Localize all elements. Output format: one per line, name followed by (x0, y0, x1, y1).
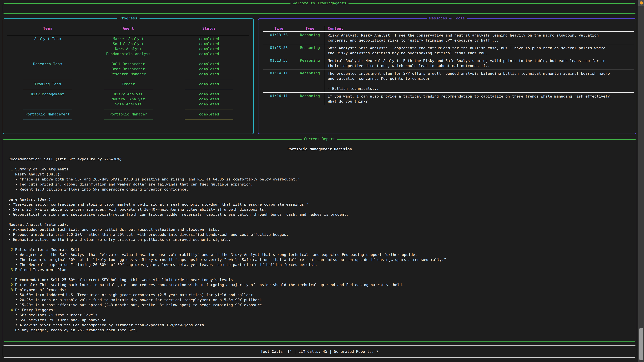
report-title: Current Report (302, 137, 337, 141)
message-content: Risky Analyst: Risky Analyst: I see the … (325, 32, 634, 44)
message-content: Safe Analyst: Safe Analyst: I appreciate… (325, 44, 634, 57)
agent-cell: Portfolio Manager (88, 112, 168, 117)
report-line: 1 Recommendation: Sell 25–30% of current… (8, 277, 631, 282)
agent-cell: Fundamentals Analyst (88, 51, 168, 56)
agent-cell: Trader (88, 82, 168, 87)
report-line (8, 242, 631, 247)
terminal-screen: Welcome to TradingAgents Progress Team A… (3, 3, 636, 358)
message-type: Reasoning (295, 93, 325, 105)
progress-table: Team Agent Status Analyst TeamMarket Ana… (3, 19, 254, 122)
message-type: Reasoning (295, 70, 325, 92)
scrollbar-thumb[interactable] (639, 328, 643, 360)
agent-cell: Risky Analyst (88, 92, 168, 97)
report-line: • “Services sector contraction and slowi… (8, 202, 631, 207)
message-line: The presented investment plan for SPY of… (328, 71, 632, 76)
report-line: • Emphasize active monitoring and clear … (8, 237, 631, 242)
message-type: Reasoning (295, 32, 325, 44)
report-body: Recommendation: Sell (trim SPY exposure … (8, 157, 631, 333)
message-type: Reasoning (295, 44, 325, 57)
report-line: • 15–20% in a cost-effective put spread … (8, 303, 631, 308)
message-type: Reasoning (295, 57, 325, 69)
report-line: 4 Re-Entry Triggers: (8, 308, 631, 313)
progress-row: Research TeamBull Researchercompleted (7, 61, 250, 66)
message-row: 01:13:53ReasoningRisky Analyst: Risky An… (263, 32, 634, 44)
progress-row: Portfolio ManagementPortfolio Managercom… (7, 112, 250, 117)
message-line: If you want, I can also provide a tactic… (328, 94, 632, 99)
message-content: If you want, I can also provide a tactic… (325, 93, 634, 105)
report-line: • A dovish pivot from the Fed accompanie… (8, 323, 631, 328)
agent-cell: Neutral Analyst (88, 97, 168, 102)
scrollbar-track[interactable] (638, 0, 644, 362)
progress-row: Research Managercompleted (7, 71, 250, 77)
report-line: • 50–60% into laddered U.S. Treasuries o… (8, 293, 631, 298)
progress-table-body: Analyst TeamMarket AnalystcompletedSocia… (7, 36, 250, 122)
progress-row: Risk ManagementRisky Analystcompleted (7, 92, 250, 97)
message-time: 01:13:53 (263, 44, 295, 57)
report-line: • Acknowledge bullish technicals and mac… (8, 227, 631, 232)
team-cell: Portfolio Management (7, 112, 88, 117)
report-line: • We agree with the Safe Analyst that “e… (8, 252, 631, 257)
messages-table-header: Time Type Content (263, 26, 634, 32)
progress-row: Fundamentals Analystcompleted (7, 51, 250, 56)
report-panel: Current Report Portfolio Management Deci… (3, 139, 636, 342)
report-line: Risky Analyst (Bull): (8, 172, 631, 177)
status-cell: completed (169, 102, 250, 107)
message-line: - Bullish technicals... (328, 86, 632, 91)
welcome-panel: Welcome to TradingAgents (3, 3, 636, 14)
team-cell (7, 66, 88, 71)
progress-col-team: Team (7, 26, 88, 31)
scrollbar-top-button[interactable] (638, 0, 644, 6)
report-line: • Fed cuts priced in, global disinflatio… (8, 182, 631, 187)
progress-table-header: Team Agent Status (7, 26, 250, 31)
team-cell: Analyst Team (7, 36, 88, 41)
status-cell: completed (169, 92, 250, 97)
team-cell (7, 102, 88, 107)
messages-table-body: 01:13:53ReasoningRisky Analyst: Risky An… (263, 32, 634, 105)
status-cell: completed (169, 66, 250, 71)
status-cell: completed (169, 71, 250, 77)
messages-title: Messages & Tools (427, 16, 467, 20)
progress-row: Bear Researchercompleted (7, 66, 250, 71)
agent-cell: News Analyst (88, 46, 168, 51)
message-line: What do you think? (328, 99, 632, 104)
message-row: 01:14:11ReasoningIf you want, I can also… (263, 93, 634, 105)
status-cell: completed (169, 97, 250, 102)
report-line: 3 Refined Investment Plan (8, 267, 631, 272)
message-line: and valuation concerns. Key points to co… (328, 76, 632, 81)
message-line: the Risky Analyst’s optimism may be over… (328, 51, 632, 56)
report-line: • The Neutral compromise—“trimming 20–30… (8, 262, 631, 267)
message-line: Neutral Analyst: Neutral Analyst: Both t… (328, 58, 632, 63)
status-cell: completed (169, 61, 250, 66)
progress-group-separator (7, 56, 250, 61)
progress-title: Progress (117, 16, 140, 20)
message-line: their respective directions, which could… (328, 63, 632, 68)
report-line: 1 Summary of Key Arguments (8, 167, 631, 172)
message-line (328, 81, 632, 86)
agent-cell: Social Analyst (88, 41, 168, 46)
report-line: • SPY declines 7% from current levels. (8, 313, 631, 318)
report-line: • “Price is above both the 50- and 200-d… (8, 177, 631, 182)
team-cell (7, 71, 88, 77)
message-time: 01:14:11 (263, 93, 295, 105)
scroll-marker-icon (640, 1, 643, 4)
progress-row: Social Analystcompleted (7, 41, 250, 46)
report-line: • 20–25% in cash or a stable-value fund … (8, 298, 631, 303)
message-content: The presented investment plan for SPY of… (325, 70, 634, 92)
message-row: 01:14:11ReasoningThe presented investmen… (263, 70, 634, 93)
report-line: • Recent $2.3 billion inflows into SPY u… (8, 187, 631, 192)
messages-panel: Messages & Tools Time Type Content 01:13… (258, 18, 636, 134)
messages-col-type: Type (295, 26, 325, 31)
progress-row: Analyst TeamMarket Analystcompleted (7, 36, 250, 41)
message-row: 01:13:53ReasoningSafe Analyst: Safe Anal… (263, 44, 634, 57)
team-cell: Trading Team (7, 82, 88, 87)
agent-cell: Research Manager (88, 71, 168, 77)
message-time: 01:14:11 (263, 70, 295, 92)
message-time: 01:13:53 (263, 32, 295, 44)
report-line (8, 272, 631, 277)
team-cell: Research Team (7, 61, 88, 66)
report-line: Safe Analyst (Bear): (8, 197, 631, 202)
messages-col-time: Time (263, 26, 295, 31)
team-cell: Risk Management (7, 92, 88, 97)
progress-panel: Progress Team Agent Status Analyst TeamM… (3, 18, 254, 134)
team-cell (7, 97, 88, 102)
